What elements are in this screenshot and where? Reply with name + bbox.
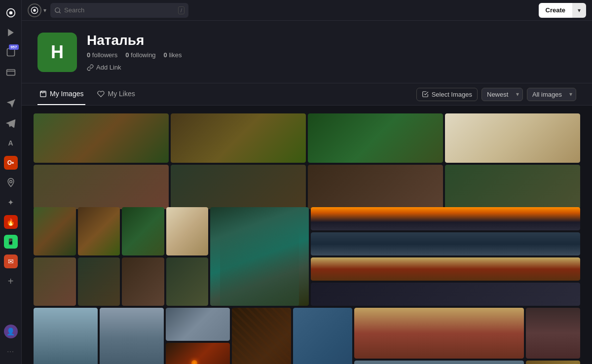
- list-item[interactable]: [311, 232, 580, 255]
- home-icon[interactable]: [2, 4, 20, 22]
- list-item[interactable]: [354, 308, 524, 359]
- play-icon[interactable]: [2, 24, 20, 41]
- list-item[interactable]: [34, 308, 98, 364]
- list-item[interactable]: [34, 113, 169, 163]
- list-item[interactable]: [78, 207, 120, 255]
- tab-my-likes[interactable]: My Likes: [95, 83, 137, 105]
- search-bar[interactable]: /: [50, 3, 188, 18]
- card-icon[interactable]: [2, 63, 20, 81]
- select-images-button[interactable]: Select Images: [416, 88, 478, 101]
- list-item[interactable]: [171, 165, 306, 209]
- sidebar: 957 A O• ✦ 🔥 📱 ✉ + 👤 ···: [0, 0, 22, 364]
- badge-count: 957: [9, 44, 18, 50]
- svg-rect-4: [6, 70, 15, 75]
- list-item[interactable]: [311, 257, 580, 281]
- create-button[interactable]: Create: [539, 3, 572, 18]
- list-item[interactable]: [34, 165, 169, 209]
- circle-app-icon[interactable]: O•: [2, 154, 20, 172]
- tabs-bar: My Images My Likes Select Images Newest …: [22, 83, 592, 106]
- tab-my-images-label: My Images: [50, 90, 83, 98]
- list-item[interactable]: [34, 207, 76, 255]
- profile-name: Наталья: [87, 33, 182, 48]
- newest-filter[interactable]: Newest: [481, 88, 523, 101]
- svg-point-10: [33, 9, 36, 11]
- profile-info: Наталья 0 followers 0 following 0 likes …: [87, 33, 182, 73]
- list-item[interactable]: [166, 343, 230, 364]
- full-grid: [34, 207, 580, 364]
- list-item[interactable]: [78, 257, 120, 306]
- user-avatar-icon[interactable]: 👤: [2, 323, 20, 340]
- fog-col: [166, 308, 230, 364]
- list-item[interactable]: [210, 207, 309, 306]
- following-stat: 0 following: [125, 51, 155, 59]
- images-grid: [34, 113, 580, 209]
- send-icon[interactable]: [2, 95, 20, 112]
- likes-stat: 0 likes: [164, 51, 182, 59]
- logo-button[interactable]: ▾: [28, 3, 46, 17]
- all-images-filter[interactable]: All images: [527, 88, 576, 101]
- list-item[interactable]: [526, 361, 580, 364]
- list-item[interactable]: [308, 113, 443, 163]
- list-item[interactable]: [100, 308, 164, 364]
- list-item[interactable]: [232, 308, 291, 364]
- list-item[interactable]: [311, 207, 580, 230]
- list-item[interactable]: [293, 308, 352, 364]
- add-link-label: Add Link: [96, 64, 121, 71]
- star-sparkle-icon[interactable]: ✦: [2, 193, 20, 211]
- list-item[interactable]: [166, 257, 209, 306]
- telegram-icon[interactable]: [2, 114, 20, 132]
- list-item[interactable]: [166, 308, 230, 341]
- fire-icon[interactable]: 🔥: [2, 213, 20, 231]
- logo-dropdown-icon: ▾: [43, 7, 46, 14]
- list-item[interactable]: [311, 283, 580, 306]
- avatar: H: [37, 33, 77, 72]
- images-area[interactable]: [22, 106, 592, 364]
- newest-filter-wrapper: Newest Newest: [481, 88, 523, 101]
- list-item[interactable]: [526, 308, 580, 359]
- letter-a-icon[interactable]: A: [2, 134, 20, 152]
- select-images-label: Select Images: [432, 91, 472, 98]
- filter-group: Select Images Newest Newest All images: [416, 88, 576, 101]
- create-dropdown-button[interactable]: ▾: [572, 3, 586, 18]
- landscape-col: [311, 207, 580, 306]
- svg-marker-7: [6, 100, 15, 108]
- svg-marker-2: [8, 29, 14, 36]
- more-options-icon[interactable]: ···: [2, 342, 20, 360]
- main-content: ▾ / Create ▾ H Наталья 0 followers 0 fol…: [22, 0, 592, 364]
- list-item[interactable]: [166, 207, 209, 255]
- grid-row-a: [34, 207, 580, 306]
- whatsapp-icon[interactable]: 📱: [2, 233, 20, 251]
- list-item[interactable]: [354, 361, 524, 364]
- svg-point-1: [9, 11, 12, 15]
- list-item[interactable]: [122, 207, 164, 255]
- tab-my-likes-label: My Likes: [108, 90, 135, 98]
- list-item[interactable]: [171, 113, 306, 163]
- list-item[interactable]: [445, 165, 580, 209]
- add-icon[interactable]: +: [2, 272, 20, 290]
- list-item[interactable]: [308, 165, 443, 209]
- profile-section: H Наталья 0 followers 0 following 0 like…: [22, 21, 592, 83]
- list-item[interactable]: [122, 257, 164, 306]
- add-link-button[interactable]: Add Link: [87, 62, 182, 73]
- profile-stats: 0 followers 0 following 0 likes: [87, 51, 182, 59]
- svg-line-12: [59, 11, 61, 13]
- archer-col-group: [34, 207, 208, 306]
- all-images-filter-wrapper: All images: [527, 88, 576, 101]
- topbar: ▾ / Create ▾: [22, 0, 592, 21]
- svg-point-8: [9, 181, 12, 183]
- mail-icon[interactable]: ✉: [2, 253, 20, 270]
- grid-row-b: [34, 308, 580, 364]
- list-item[interactable]: [34, 257, 76, 306]
- create-button-group: Create ▾: [539, 3, 586, 18]
- statue-col: [526, 308, 580, 364]
- followers-stat: 0 followers: [87, 51, 117, 59]
- badge-957-icon[interactable]: 957: [2, 43, 20, 61]
- tab-my-images[interactable]: My Images: [37, 83, 85, 105]
- location-icon[interactable]: [2, 174, 20, 191]
- list-item[interactable]: [445, 113, 580, 163]
- search-input[interactable]: [64, 6, 175, 14]
- search-shortcut: /: [178, 6, 185, 14]
- ocean-col: [354, 308, 524, 364]
- logo-circle: [28, 3, 41, 17]
